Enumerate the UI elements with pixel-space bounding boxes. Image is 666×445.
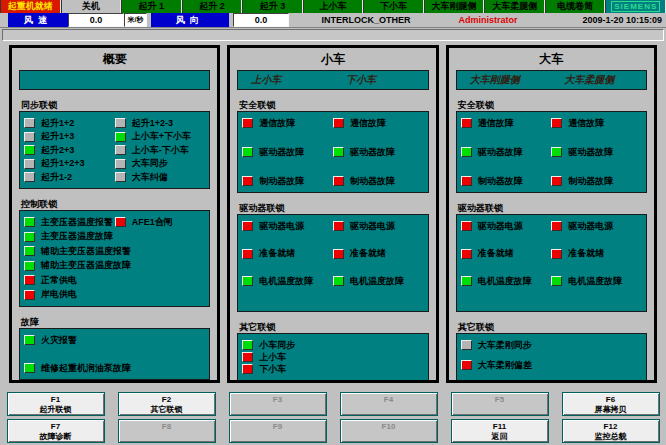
hmi-screen: 起重机就绪关机起升 1起升 2起升 3上小车下小车大车刚腿侧大车柔腿侧电缆卷筒S… xyxy=(0,0,666,445)
interlock-label: 制动器故障 xyxy=(350,175,395,188)
interlock-label: 准备就绪 xyxy=(259,247,295,260)
panel-title-trolley: 小车 xyxy=(230,48,435,70)
interlock-item: 驱动器电源 xyxy=(461,220,552,232)
fkey-number: F10 xyxy=(341,422,437,432)
function-key-cell: F8 xyxy=(111,419,222,443)
interlock-item: 电机温度故障 xyxy=(242,275,333,287)
subheader-label: 大车柔腿侧 xyxy=(551,71,646,89)
fkey-f7[interactable]: F7故障诊断 xyxy=(7,419,105,443)
interlock-label: 驱动器电源 xyxy=(259,220,304,233)
interlock-item: 驱动器电源 xyxy=(551,220,642,232)
status-indicator xyxy=(115,132,126,142)
fkey-label xyxy=(452,405,548,415)
tab-shutdown[interactable]: 关机 xyxy=(61,0,122,13)
tab-hoist-1[interactable]: 起升 1 xyxy=(121,0,182,13)
status-indicator xyxy=(333,249,344,259)
interlock-item: 驱动器电源 xyxy=(333,220,424,232)
interlock-label: 起升2+3 xyxy=(41,144,74,157)
function-key-bar: F1起升联锁F2其它联锁F3F4F5F6屏幕拷贝F7故障诊断F8F9F10F11… xyxy=(0,392,666,443)
tab-gantry-flex-leg[interactable]: 大车柔腿侧 xyxy=(484,0,545,13)
fkey-f11[interactable]: F11返回 xyxy=(451,419,549,443)
status-indicator xyxy=(461,118,472,128)
tab-hoist-2[interactable]: 起升 2 xyxy=(182,0,243,13)
panel-trolley: 小车上小车下小车安全联锁通信故障驱动器故障制动器故障通信故障驱动器故障制动器故障… xyxy=(227,45,438,383)
interlock-item: 火灾报警 xyxy=(24,334,205,346)
fkey-label: 屏幕拷贝 xyxy=(563,405,659,415)
fkey-label xyxy=(341,432,437,442)
fkey-f5: F5 xyxy=(451,392,549,416)
status-indicator xyxy=(461,340,472,350)
status-indicator xyxy=(461,221,472,231)
interlock-label: 大车柔刚偏差 xyxy=(478,359,532,372)
subheader-label: 上小车 xyxy=(238,71,333,89)
fkey-f3: F3 xyxy=(229,392,327,416)
fkey-number: F9 xyxy=(230,422,326,432)
fkey-f4: F4 xyxy=(340,392,438,416)
status-indicator xyxy=(242,249,253,259)
status-indicator xyxy=(242,276,253,286)
interlock-item: 起升1+2-3 xyxy=(115,117,206,129)
interlock-label: 主变压器温度报警 xyxy=(41,216,113,229)
tab-crane-ready[interactable]: 起重机就绪 xyxy=(0,0,61,13)
interlock-label: 通信故障 xyxy=(350,117,386,130)
status-indicator xyxy=(242,352,253,362)
interlock-item: 通信故障 xyxy=(242,117,333,129)
status-indicator xyxy=(24,232,35,242)
fkey-label: 其它联锁 xyxy=(119,405,215,415)
section-column: 通信故障驱动器故障制动器故障 xyxy=(333,117,424,187)
fkey-number: F2 xyxy=(119,395,215,405)
wind-speed-value: 0.0 xyxy=(68,13,124,27)
status-indicator xyxy=(551,276,562,286)
interlock-item: 维修起重机润油泵故障 xyxy=(24,362,205,374)
status-indicator xyxy=(242,221,253,231)
interlock-label: 电机温度故障 xyxy=(478,275,532,288)
interlock-label: 驱动器故障 xyxy=(568,146,613,159)
interlock-label: 上小车-下小车 xyxy=(132,144,189,157)
interlock-label: 上小车+下小车 xyxy=(132,130,191,143)
section-column: 驱动器电源准备就绪电机温度故障 xyxy=(461,220,552,287)
function-key-cell: F9 xyxy=(222,419,333,443)
interlock-label: 准备就绪 xyxy=(568,247,604,260)
fkey-number: F7 xyxy=(8,422,104,432)
status-indicator xyxy=(333,176,344,186)
status-indicator xyxy=(24,118,35,128)
tab-lower-trolley[interactable]: 下小车 xyxy=(363,0,424,13)
interlock-item: 驱动器故障 xyxy=(551,146,642,158)
interlock-item: 制动器故障 xyxy=(242,175,333,187)
interlock-item: 电机温度故障 xyxy=(333,275,424,287)
interlock-label: 起升1+2-3 xyxy=(132,117,173,130)
interlock-label: 岸电供电 xyxy=(41,288,77,301)
section-label: 同步联锁 xyxy=(21,100,208,110)
interlock-item: 准备就绪 xyxy=(242,248,333,260)
section-column: 通信故障驱动器故障制动器故障 xyxy=(461,117,552,187)
tab-hoist-3[interactable]: 起升 3 xyxy=(242,0,303,13)
interlock-item: 岸电供电 xyxy=(24,289,115,301)
fkey-f2[interactable]: F2其它联锁 xyxy=(118,392,216,416)
section-box: 驱动器电源准备就绪电机温度故障驱动器电源准备就绪电机温度故障 xyxy=(237,214,428,312)
tab-upper-trolley[interactable]: 上小车 xyxy=(303,0,364,13)
interlock-item: 驱动器电源 xyxy=(242,220,333,232)
fkey-f1[interactable]: F1起升联锁 xyxy=(7,392,105,416)
status-indicator xyxy=(24,335,35,345)
interlock-item: 起升2+3 xyxy=(24,144,115,156)
tab-cable-reel[interactable]: 电缆卷筒 xyxy=(545,0,606,13)
interlock-label: 准备就绪 xyxy=(350,247,386,260)
fkey-number: F1 xyxy=(8,395,104,405)
status-indicator xyxy=(115,118,126,128)
tab-gantry-rigid-leg[interactable]: 大车刚腿侧 xyxy=(424,0,485,13)
fkey-f12[interactable]: F12监控总貌 xyxy=(562,419,660,443)
status-indicator xyxy=(24,159,35,169)
fkey-f6[interactable]: F6屏幕拷贝 xyxy=(562,392,660,416)
interlock-label: 大车柔刚同步 xyxy=(478,339,532,352)
section-label: 驱动器联锁 xyxy=(458,203,645,213)
status-indicator xyxy=(551,147,562,157)
fkey-f10: F10 xyxy=(340,419,438,443)
status-indicator xyxy=(242,364,253,374)
panel-gantry: 大车大车刚腿侧大车柔腿侧安全联锁通信故障驱动器故障制动器故障通信故障驱动器故障制… xyxy=(446,45,657,383)
wind-direction-value: 0.0 xyxy=(233,13,289,27)
panel-title-overview: 概要 xyxy=(12,48,217,70)
interlock-label: 维修起重机润油泵故障 xyxy=(41,362,131,375)
interlock-item: 驱动器故障 xyxy=(242,146,333,158)
fkey-number: F12 xyxy=(563,422,659,432)
panel-subheader-gantry: 大车刚腿侧大车柔腿侧 xyxy=(456,70,647,90)
